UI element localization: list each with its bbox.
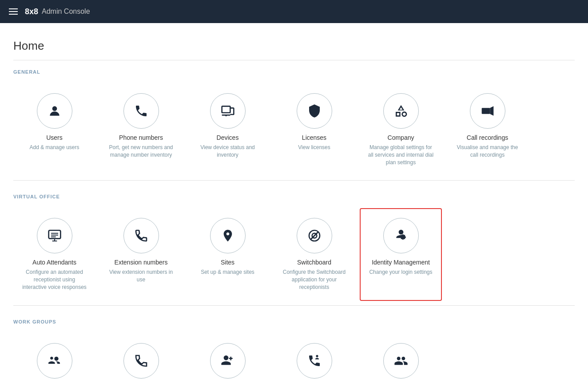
brand-name: 8x8 xyxy=(25,7,38,16)
icon-circle-auto-attendants xyxy=(37,218,72,253)
icon-circle-ring-groups xyxy=(123,343,159,379)
item-desc-extension-numbers: View extension numbers in use xyxy=(107,268,175,284)
icon-circle-switchboard xyxy=(297,218,332,253)
item-desc-sites: Set up & manage sites xyxy=(201,268,254,276)
grid-item-paging[interactable]: PagingCreate and edit paging groups xyxy=(360,333,442,379)
item-title-users: Users xyxy=(46,134,63,141)
icon-circle-company xyxy=(383,93,419,129)
section-divider xyxy=(13,305,575,306)
section-grid-work-groups: Call QueuesThe call queue service places… xyxy=(13,333,575,379)
item-desc-devices: View device status and inventory xyxy=(194,144,261,159)
item-desc-switchboard: Configure the Switchboard application fo… xyxy=(281,268,348,291)
section-grid-virtual-office: Auto AttendantsConfigure an automated re… xyxy=(13,208,575,300)
item-title-phone-numbers: Phone numbers xyxy=(119,134,163,141)
icon-circle-paging xyxy=(383,343,419,379)
page-content: Home GENERALUsersAdd & manage usersPhone… xyxy=(0,23,588,379)
grid-item-auto-attendants[interactable]: Auto AttendantsConfigure an automated re… xyxy=(13,208,95,300)
item-desc-licenses: View licenses xyxy=(298,144,330,151)
section-label-general: GENERAL xyxy=(13,69,575,75)
svg-marker-5 xyxy=(490,106,493,115)
item-desc-identity-management: Change your login settings xyxy=(369,268,432,276)
page-title: Home xyxy=(13,32,575,60)
icon-circle-sites xyxy=(210,218,246,253)
item-title-switchboard: Switchboard xyxy=(297,259,331,266)
grid-item-barge-monitor[interactable]: Barge Monitor Whisper GroupsAllows group… xyxy=(187,333,269,379)
grid-item-call-recordings[interactable]: Call recordingsVisualise and manage the … xyxy=(446,83,528,176)
grid-item-phone-numbers[interactable]: Phone numbersPort, get new numbers and m… xyxy=(100,83,182,176)
icon-circle-devices xyxy=(210,93,246,129)
section-virtual-office: VIRTUAL OFFICEAuto AttendantsConfigure a… xyxy=(13,194,575,305)
item-title-auto-attendants: Auto Attendants xyxy=(32,259,76,266)
grid-item-sites[interactable]: SitesSet up & manage sites xyxy=(187,208,269,300)
grid-item-company[interactable]: CompanyManage global settings for all se… xyxy=(360,83,442,176)
icon-circle-call-queues xyxy=(37,343,72,379)
icon-circle-licenses xyxy=(297,93,332,129)
icon-circle-extension-numbers xyxy=(123,218,159,253)
item-title-identity-management: Identity Management xyxy=(372,259,430,266)
item-title-company: Company xyxy=(388,134,414,141)
menu-icon[interactable] xyxy=(9,8,18,15)
grid-item-ring-groups[interactable]: Ring GroupsConfigure calls to ring multi… xyxy=(100,333,182,379)
grid-item-extension-numbers[interactable]: Extension numbersView extension numbers … xyxy=(100,208,182,300)
grid-item-group-call-pickups[interactable]: Group Call PickupsAnswer incoming calls … xyxy=(273,333,355,379)
grid-item-licenses[interactable]: LicensesView licenses xyxy=(273,83,355,176)
icon-circle-phone-numbers xyxy=(123,93,159,129)
section-grid-general: UsersAdd & manage usersPhone numbersPort… xyxy=(13,83,575,176)
item-title-sites: Sites xyxy=(221,259,234,266)
item-title-licenses: Licenses xyxy=(302,134,326,141)
grid-item-identity-management[interactable]: Identity ManagementChange your login set… xyxy=(360,208,442,300)
item-title-devices: Devices xyxy=(217,134,239,141)
item-desc-auto-attendants: Configure an automated receptionist usin… xyxy=(21,268,88,291)
icon-circle-identity-management xyxy=(383,218,419,253)
section-label-virtual-office: VIRTUAL OFFICE xyxy=(13,194,575,199)
section-work-groups: WORK GROUPSCall QueuesThe call queue ser… xyxy=(13,319,575,379)
section-general: GENERALUsersAdd & manage usersPhone numb… xyxy=(13,69,575,181)
icon-circle-group-call-pickups xyxy=(297,343,332,379)
icon-circle-users xyxy=(37,93,72,129)
item-desc-users: Add & manage users xyxy=(29,144,79,151)
svg-rect-1 xyxy=(222,106,230,113)
item-desc-phone-numbers: Port, get new numbers and manage number … xyxy=(107,144,175,159)
section-label-work-groups: WORK GROUPS xyxy=(13,319,575,324)
console-title: Admin Console xyxy=(42,8,90,16)
grid-item-devices[interactable]: DevicesView device status and inventory xyxy=(187,83,269,176)
item-title-extension-numbers: Extension numbers xyxy=(115,259,168,266)
item-title-call-recordings: Call recordings xyxy=(467,134,508,141)
grid-item-switchboard[interactable]: SwitchboardConfigure the Switchboard app… xyxy=(273,208,355,300)
section-divider xyxy=(13,180,575,181)
grid-item-call-queues[interactable]: Call QueuesThe call queue service places… xyxy=(13,333,95,379)
item-desc-call-recordings: Visualise and manage the call recordings xyxy=(454,144,521,159)
svg-point-0 xyxy=(52,106,57,111)
grid-item-users[interactable]: UsersAdd & manage users xyxy=(13,83,95,176)
header: 8x8 Admin Console xyxy=(0,0,588,23)
icon-circle-call-recordings xyxy=(470,93,505,129)
item-desc-company: Manage global settings for all services … xyxy=(367,144,434,166)
svg-rect-6 xyxy=(48,230,60,239)
icon-circle-barge-monitor xyxy=(210,343,246,379)
svg-rect-4 xyxy=(481,108,490,114)
